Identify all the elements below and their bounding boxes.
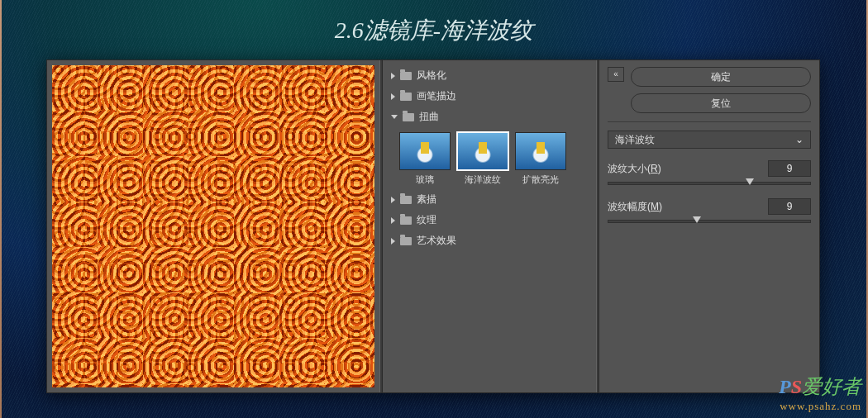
category-artistic[interactable]: 艺术效果: [384, 230, 594, 251]
filter-gallery-dialog: 风格化 画笔描边 扭曲 玻璃 海洋波纹 扩散亮光: [46, 59, 820, 393]
category-label: 素描: [417, 192, 436, 207]
thumb-image: [457, 132, 508, 170]
ok-button[interactable]: 确定: [631, 67, 811, 87]
chevron-down-icon: ⌄: [795, 134, 804, 145]
collapse-button[interactable]: «: [608, 67, 624, 82]
thumb-ocean-ripple[interactable]: 海洋波纹: [457, 132, 508, 186]
category-texture[interactable]: 纹理: [384, 210, 594, 230]
thumbnail-row: 玻璃 海洋波纹 扩散亮光: [384, 127, 594, 189]
param-label: 波纹大小(R): [608, 162, 661, 176]
ripple-size-slider[interactable]: [608, 182, 811, 185]
page-title: 2.6滤镜库-海洋波纹: [0, 15, 868, 46]
category-label: 扭曲: [419, 110, 439, 124]
preview-pane: [47, 60, 379, 392]
filter-dropdown[interactable]: 海洋波纹 ⌄: [608, 131, 811, 149]
dropdown-label: 海洋波纹: [615, 133, 655, 147]
settings-pane: « 确定 复位 海洋波纹 ⌄ 波纹大小(R): [599, 60, 819, 392]
frame-left-edge: [0, 0, 2, 418]
folder-icon: [400, 196, 412, 204]
category-distort[interactable]: 扭曲: [384, 107, 594, 127]
ripple-size-input[interactable]: [768, 160, 811, 177]
watermark: PS爱好者 www.psahz.com: [779, 373, 861, 413]
thumb-glass[interactable]: 玻璃: [399, 132, 451, 186]
category-label: 风格化: [417, 69, 446, 83]
thumb-label: 玻璃: [399, 173, 451, 186]
chevron-right-icon: [391, 93, 395, 100]
folder-icon: [400, 72, 412, 80]
folder-icon: [400, 216, 412, 225]
double-chevron-icon: «: [613, 70, 618, 78]
slider-thumb-icon[interactable]: [746, 178, 754, 185]
thumb-image: [399, 132, 451, 170]
folder-icon: [403, 113, 414, 121]
category-pane: 风格化 画笔描边 扭曲 玻璃 海洋波纹 扩散亮光: [383, 60, 596, 392]
param-label: 波纹幅度(M): [608, 200, 662, 214]
category-label: 纹理: [417, 213, 436, 227]
reset-button[interactable]: 复位: [631, 93, 811, 113]
folder-icon: [400, 237, 412, 245]
chevron-right-icon: [391, 197, 395, 203]
preview-image: [52, 65, 374, 387]
slider-thumb-icon[interactable]: [693, 216, 701, 223]
divider: [608, 121, 811, 122]
thumb-image: [515, 132, 566, 170]
param-ripple-magnitude: 波纹幅度(M): [608, 198, 811, 225]
chevron-right-icon: [391, 238, 395, 245]
category-brush-strokes[interactable]: 画笔描边: [384, 86, 594, 107]
thumb-diffuse-glow[interactable]: 扩散亮光: [515, 132, 566, 186]
category-label: 画笔描边: [417, 89, 456, 103]
ripple-magnitude-slider[interactable]: [608, 220, 811, 223]
thumb-label: 海洋波纹: [457, 173, 508, 186]
ripple-magnitude-input[interactable]: [768, 198, 811, 215]
chevron-right-icon: [391, 73, 395, 79]
category-stylize[interactable]: 风格化: [384, 65, 594, 86]
watermark-line2: www.psahz.com: [779, 400, 861, 413]
watermark-line1: PS爱好者: [779, 373, 861, 400]
chevron-down-icon: [391, 115, 398, 119]
param-ripple-size: 波纹大小(R): [608, 160, 811, 187]
thumb-label: 扩散亮光: [515, 173, 566, 186]
chevron-right-icon: [391, 217, 395, 224]
category-sketch[interactable]: 素描: [384, 189, 594, 210]
category-label: 艺术效果: [417, 234, 456, 248]
folder-icon: [400, 93, 412, 101]
